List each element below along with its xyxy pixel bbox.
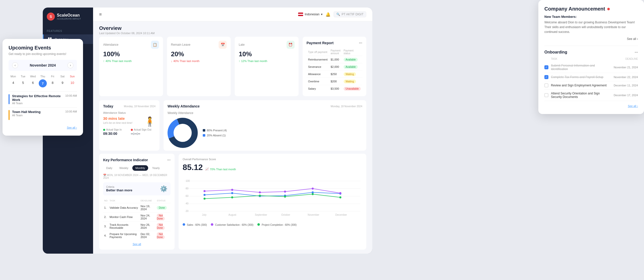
event-time-strategies: 10:00 AM [65, 94, 77, 97]
sidebar-section-label: FEATURES [43, 26, 93, 34]
cal-day-7-today[interactable]: 7 [39, 79, 47, 87]
cal-day-6[interactable]: 6 [28, 79, 37, 87]
events-see-all-link[interactable]: See all › [67, 126, 77, 129]
svg-point-20 [312, 191, 314, 193]
svg-text:December: December [335, 213, 347, 216]
donut-legend: 80% Present (4) 20% Absent (1) [203, 129, 227, 137]
remain-leave-change-text: 40% Than last month [173, 60, 199, 63]
remain-leave-card: Remain Leave 📅 20% ↓ 40% Than last month [167, 37, 231, 96]
kpi-tab-weekly[interactable]: Weekly [116, 165, 131, 171]
criteria-box: Criteria Better than more ⚙️ [103, 182, 171, 195]
task-checkbox-1[interactable]: ✓ [544, 65, 548, 69]
kpi-see-all-link[interactable]: See all [103, 243, 171, 246]
announcement-panel: Company Announcement New Team Members: W… [538, 0, 644, 114]
topbar-right: Indonesian ▾ 🔔 🔍 PT AKTIF DIGIT [298, 11, 366, 17]
sidebar-logo: S ScaleOcean ACCELERATE IMPACT [43, 8, 93, 26]
perf-change-text: 70% Than last month [210, 168, 236, 171]
svg-text:November: November [308, 213, 319, 216]
svg-point-25 [284, 191, 286, 193]
customer-color-dot [211, 223, 213, 226]
svg-point-22 [204, 190, 206, 192]
kpi-tab-daily[interactable]: Daily [103, 165, 115, 171]
payment-type: Allowance [307, 71, 329, 78]
task-checkbox-2[interactable]: ✓ [544, 75, 548, 79]
language-selector[interactable]: Indonesian ▾ [298, 13, 323, 16]
task-col-status: STATUS [156, 198, 171, 203]
logo-text: ScaleOcean [57, 13, 81, 18]
kpi-left-card: Key Performance Indicator ··· Daily Week… [99, 154, 175, 250]
upcoming-events-title: Upcoming Events [9, 45, 77, 51]
legend-present: 80% Present (4) [203, 129, 227, 132]
task-checkbox-3[interactable] [544, 83, 548, 87]
kpi-tab-yearly[interactable]: Yearly [149, 165, 163, 171]
weekly-attendance-card: Weekly Attendance Monday, 18 November 20… [164, 100, 366, 151]
cal-header-tue: Tue [18, 74, 28, 79]
cal-day-4[interactable]: 4 [9, 79, 18, 87]
svg-point-17 [231, 192, 233, 194]
upcoming-events-subtitle: Get ready to join exciting upcoming even… [9, 52, 77, 56]
onboarding-title: Onboarding [544, 50, 567, 54]
svg-text:80: 80 [186, 187, 189, 190]
calendar-next-button[interactable]: › [67, 62, 73, 68]
payment-status: Waiting [342, 78, 362, 85]
table-row: 4. Prepare for Upcoming Payments Dec 02,… [103, 231, 171, 240]
chart-area: 100 80 60 40 20 [183, 176, 362, 221]
cal-day-5[interactable]: 5 [18, 79, 28, 87]
svg-text:September: September [255, 213, 267, 216]
event-bar-yellow [9, 110, 10, 120]
table-row: 3. Track Accounts Receivable Nov 26, 202… [103, 222, 171, 231]
search-bar[interactable]: 🔍 PT AKTIF DIGIT [334, 11, 366, 17]
calendar-prev-button[interactable]: ‹ [12, 62, 18, 68]
payment-more-icon[interactable]: ··· [359, 41, 362, 45]
search-icon: 🔍 [336, 13, 340, 16]
today-title: Today [103, 104, 113, 108]
perf-title: Overall Performance Score [183, 158, 362, 161]
cal-day-9[interactable]: 9 [58, 79, 67, 87]
payment-col-status: Payment status [342, 48, 362, 56]
payment-col-amount: Payment amount [329, 48, 342, 56]
late-up-icon: ↑ [239, 60, 240, 63]
table-row: Overtime $200 Waiting [307, 78, 363, 85]
late-status-text: 30 mins late [103, 116, 132, 121]
event-item-strategies: Strategies for Effective Remote Work All… [9, 91, 77, 107]
kpi-tab-monthly[interactable]: Monthly [132, 165, 148, 171]
onboarding-task-1: ✓ Submit Personal Information and Identi… [544, 62, 638, 73]
menu-icon[interactable]: ≡ [99, 12, 102, 17]
kpi-more-icon[interactable]: ··· [167, 158, 171, 162]
logo-icon: S [47, 13, 55, 21]
present-label: 80% Present (4) [207, 129, 227, 132]
flag-icon [298, 13, 303, 16]
task-name-1: Submit Personal Information and Identifi… [551, 64, 611, 71]
kpi-title: Key Performance Indicator [103, 158, 148, 162]
sign-out-value: --:--:-- [131, 132, 155, 136]
remain-leave-value: 20% [171, 50, 227, 58]
calendar-grid: Mon Tue Wed Thu Fri Sat Sun 4 5 6 7 8 9 … [9, 74, 77, 87]
legend-customer: Customer Satisfaction : 60% (300) [211, 223, 253, 226]
cal-day-8[interactable]: 8 [48, 79, 57, 87]
svg-point-24 [259, 191, 261, 193]
announcement-see-all[interactable]: See all › [544, 37, 638, 41]
payment-amount: $1,000 [329, 56, 342, 63]
sign-row: Actual Sign In 09:30:00 Actual Sign Out … [103, 128, 155, 136]
onboarding-more-icon[interactable]: ··· [635, 50, 638, 54]
payment-status: Waiting [342, 71, 362, 78]
legend-sales: Sales : 60% (300) [183, 223, 207, 226]
chevron-down-icon: ▾ [321, 13, 323, 16]
attendance-change: ↑ 40% Than last month [103, 60, 159, 63]
onboarding-see-all-link[interactable]: See all › [628, 104, 638, 107]
payment-amount: $200 [329, 78, 342, 85]
notification-icon[interactable]: 🔔 [326, 12, 331, 17]
criteria-value: Better than more [106, 188, 132, 192]
table-row: Allowance $250 Waiting [307, 71, 363, 78]
late-card: Late ⏰ 10% ↑ 12% Than last month [235, 37, 299, 96]
criteria-icon: ⚙️ [160, 185, 168, 192]
table-row: 1. Validate Data Accuracy Nov 19, 2024 D… [103, 203, 171, 212]
event-bar-blue [9, 94, 10, 104]
task-checkbox-4[interactable] [544, 93, 548, 97]
event-name-town-hall: Town Hall Meeting [12, 110, 63, 114]
calendar-month: November 2024 [30, 63, 56, 67]
cal-day-10[interactable]: 10 [68, 79, 77, 87]
payment-amount: $3,500 [329, 85, 342, 92]
late-value: 10% [239, 50, 295, 58]
payment-type: Overtime [307, 78, 329, 85]
